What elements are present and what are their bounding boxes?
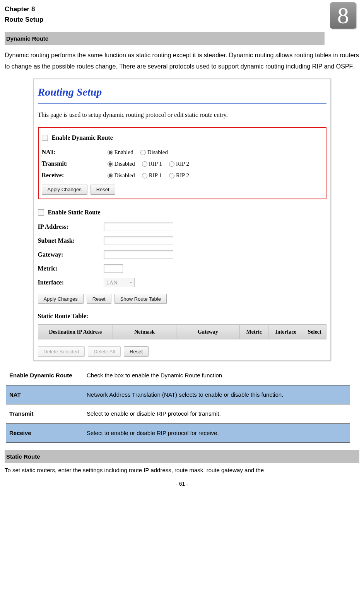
gateway-input[interactable] [104, 250, 173, 259]
apply-changes-button-dyn[interactable]: Apply Changes [42, 185, 87, 195]
desc-val-1: Network Address Translation (NAT) select… [84, 385, 350, 404]
desc-key-3: Receive [6, 423, 84, 443]
static-route-table-label: Static Route Table: [38, 311, 326, 322]
receive-disabled-radio[interactable] [108, 173, 113, 178]
section-header-dynamic-route: Dynamic Route [5, 32, 325, 45]
th-gateway: Gateway [198, 329, 218, 335]
enable-static-route-label: Enable Static Route [48, 207, 101, 218]
chapter-number-badge: 8 [330, 2, 356, 29]
chapter-header: Chapter 8 Route Setup 8 [5, 4, 359, 29]
interface-label: Interface: [38, 277, 104, 288]
page-footer: - 61 - [5, 479, 359, 489]
receive-rip2-radio[interactable] [169, 173, 174, 178]
desc-val-0: Check the box to enable the Dynamic Rout… [84, 366, 350, 385]
desc-key-1: NAT [6, 385, 84, 404]
desc-val-2: Select to enable or disable RIP protocol… [84, 404, 350, 424]
nat-enabled-radio[interactable] [108, 150, 113, 155]
reset-button-table[interactable]: Reset [124, 346, 149, 356]
transmit-rip2-radio[interactable] [169, 161, 174, 167]
th-select: Select [308, 329, 321, 335]
th-metric: Metric [246, 329, 262, 335]
ip-address-label: IP Address: [38, 221, 104, 233]
routing-setup-desc: This page is used to setup dynamic routi… [38, 110, 326, 121]
show-route-table-button[interactable]: Show Route Table [114, 294, 167, 304]
transmit-rip1-label: RIP 1 [149, 159, 162, 169]
transmit-disabled-label: Disabled [114, 159, 135, 169]
routing-setup-title: Routing Setup [38, 82, 326, 102]
desc-key-0: Enable Dynamic Route [6, 366, 84, 385]
receive-rip2-label: RIP 2 [176, 170, 189, 181]
enable-static-route-checkbox[interactable] [38, 209, 44, 216]
interface-select-value: LAN [106, 278, 118, 288]
transmit-label: Transmit: [42, 158, 108, 170]
th-dest-ip: Destination IP Address [49, 329, 102, 335]
nat-disabled-label: Disabled [147, 147, 168, 158]
delete-all-button[interactable]: Delete All [88, 346, 121, 356]
metric-label: Metric: [38, 263, 104, 274]
metric-input[interactable] [104, 264, 123, 273]
desc-val-3: Select to enable or disable RIP protocol… [84, 423, 350, 443]
gateway-label: Gateway: [38, 249, 104, 260]
desc-key-2: Transmit [6, 404, 84, 424]
subnet-mask-input[interactable] [104, 236, 173, 245]
enable-dynamic-route-label: Enable Dynamic Route [52, 132, 113, 144]
enable-dynamic-route-checkbox[interactable] [42, 135, 48, 141]
section-header-static-route: Static Route [5, 450, 359, 463]
receive-label: Receive: [42, 170, 108, 181]
chapter-line1: Chapter 8 [5, 4, 43, 14]
dynamic-route-paragraph: Dynamic routing performs the same functi… [5, 50, 359, 72]
interface-select[interactable]: LAN [104, 278, 135, 287]
reset-button-static[interactable]: Reset [87, 294, 111, 304]
static-route-table: Destination IP Address Netmask Gateway M… [38, 324, 326, 339]
dynamic-route-highlight-box: Enable Dynamic Route NAT: Enabled Disabl… [38, 127, 326, 199]
transmit-rip1-radio[interactable] [142, 161, 147, 167]
th-netmask: Netmask [134, 329, 155, 335]
apply-changes-button-static[interactable]: Apply Changes [38, 294, 84, 304]
chapter-line2: Route Setup [5, 14, 43, 25]
description-table: Enable Dynamic Route Check the box to en… [6, 366, 350, 443]
static-route-paragraph: To set static routers, enter the setting… [5, 465, 359, 475]
receive-rip1-radio[interactable] [142, 173, 147, 178]
transmit-disabled-radio[interactable] [108, 161, 113, 167]
title-divider [38, 103, 326, 104]
chapter-title-block: Chapter 8 Route Setup [5, 4, 43, 25]
reset-button-dyn[interactable]: Reset [91, 185, 115, 195]
ip-address-input[interactable] [104, 223, 173, 231]
th-interface: Interface [275, 329, 296, 335]
nat-label: NAT: [42, 147, 108, 158]
delete-selected-button[interactable]: Delete Selected [38, 346, 85, 356]
routing-setup-screenshot: Routing Setup This page is used to setup… [33, 79, 331, 361]
subnet-mask-label: Subnet Mask: [38, 235, 104, 247]
receive-disabled-label: Disabled [114, 170, 135, 181]
nat-enabled-label: Enabled [114, 147, 133, 158]
transmit-rip2-label: RIP 2 [176, 159, 189, 169]
receive-rip1-label: RIP 1 [149, 170, 162, 181]
nat-disabled-radio[interactable] [140, 150, 146, 155]
